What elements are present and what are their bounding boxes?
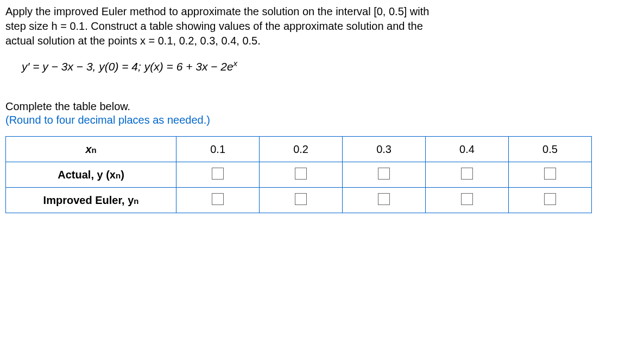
problem-line-2: step size h = 0.1. Construct a table sho… (5, 20, 423, 32)
improved-cell (260, 188, 343, 213)
input-box[interactable] (378, 193, 390, 205)
actual-cell (426, 162, 509, 188)
input-box[interactable] (212, 193, 224, 205)
input-box[interactable] (461, 168, 473, 180)
improved-cell (426, 188, 509, 213)
improved-cell (509, 188, 592, 213)
actual-cell (509, 162, 592, 188)
problem-line-3: actual solution at the points x = 0.1, 0… (5, 35, 261, 47)
solution-table: xn 0.1 0.2 0.3 0.4 0.5 Actual, y (xn) Im… (5, 136, 592, 213)
x-value: 0.3 (343, 137, 426, 162)
table-row: xn 0.1 0.2 0.3 0.4 0.5 (6, 137, 592, 162)
problem-line-1: Apply the improved Euler method to appro… (5, 5, 429, 17)
equation-text: y′ = y − 3x − 3, y(0) = 4; y(x) = 6 + 3x… (22, 60, 233, 73)
improved-header: Improved Euler, yn (6, 188, 176, 213)
improved-cell (176, 188, 260, 213)
equation: y′ = y − 3x − 3, y(0) = 4; y(x) = 6 + 3x… (22, 59, 639, 73)
problem-statement: Apply the improved Euler method to appro… (5, 4, 639, 48)
x-value: 0.2 (260, 137, 343, 162)
instruction-line-1: Complete the table below. (5, 100, 639, 113)
actual-cell (343, 162, 426, 188)
input-box[interactable] (461, 193, 473, 205)
input-box[interactable] (378, 168, 390, 180)
equation-sup: x (233, 59, 237, 68)
xn-header: xn (6, 137, 176, 162)
table-row: Actual, y (xn) (6, 162, 592, 188)
x-value: 0.5 (509, 137, 592, 162)
actual-cell (260, 162, 343, 188)
actual-header: Actual, y (xn) (6, 162, 176, 188)
table-row: Improved Euler, yn (6, 188, 592, 213)
actual-cell (176, 162, 260, 188)
input-box[interactable] (295, 168, 307, 180)
input-box[interactable] (544, 193, 556, 205)
input-box[interactable] (544, 168, 556, 180)
x-value: 0.1 (176, 137, 260, 162)
improved-cell (343, 188, 426, 213)
input-box[interactable] (295, 193, 307, 205)
instruction-line-2: (Round to four decimal places as needed.… (5, 114, 639, 126)
x-value: 0.4 (426, 137, 509, 162)
input-box[interactable] (212, 168, 224, 180)
